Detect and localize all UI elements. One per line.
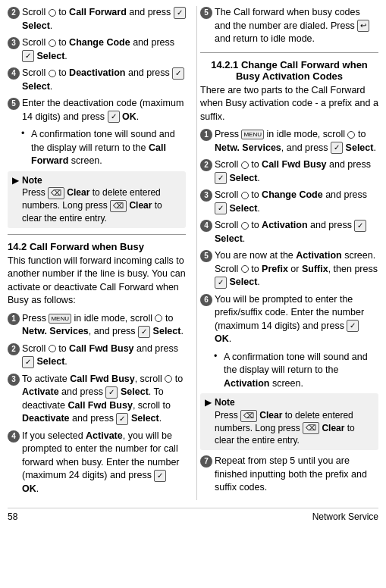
sub-step-2-num: 2 xyxy=(200,159,212,171)
select-key-sub-3: ✓ xyxy=(215,202,227,214)
s142-step-4-num: 4 xyxy=(8,430,20,443)
sub-step-3: 3 Scroll to Change Code and press ✓ Sele… xyxy=(200,189,378,215)
subsection-14-2-1-title: 14.2.1 Change Call Forward when Busy Act… xyxy=(200,59,378,82)
s142-step-2: 2 Scroll to Call Fwd Busy and press ✓ Se… xyxy=(8,342,186,369)
step-4: 4 Scroll to Deactivation and press ✓ Sel… xyxy=(8,67,186,93)
subsection-14-2-1-intro: There are two parts to the Call Forward … xyxy=(200,84,378,124)
sub-step-1-text: Press MENU in idle mode, scroll to Netw.… xyxy=(215,128,378,155)
sub-step-7-list: 7 Repeat from step 5 until you are finis… xyxy=(200,455,378,495)
footer-section: Network Service xyxy=(312,511,378,522)
right-step-5-text: The Call forward when busy codes and the… xyxy=(215,6,378,46)
select-key-sub-5: ✓ xyxy=(215,277,227,289)
s142-step-3-text: To activate Call Fwd Busy, scroll to Act… xyxy=(22,373,186,426)
section-divider-right xyxy=(200,52,378,53)
main-content: 2 Scroll to Call Forward and press ✓ Sel… xyxy=(8,6,378,500)
s142-step-1: 1 Press MENU in idle mode, scroll to Net… xyxy=(8,312,186,339)
note-text-sub: Note Press ⌫ Clear to delete entered num… xyxy=(215,396,374,447)
bullet-dot-sub-1: • xyxy=(214,351,221,361)
section-14-2-title: 14.2 Call Forward when Busy xyxy=(8,241,186,252)
select-key-s142-3b: ✓ xyxy=(116,413,128,425)
sub-step-7-text: Repeat from step 5 until you are finishe… xyxy=(215,455,378,495)
ok-key-s142-4: ✓ xyxy=(154,470,166,482)
sub-step-1: 1 Press MENU in idle mode, scroll to Net… xyxy=(200,128,378,155)
select-key-s142-2: ✓ xyxy=(22,356,34,368)
s142-step-1-text: Press MENU in idle mode, scroll to Netw.… xyxy=(22,312,186,339)
clear-key-note1: ⌫ xyxy=(48,187,64,199)
sub-step-4: 4 Scroll to Activation and press ✓ Selec… xyxy=(200,219,378,246)
select-key-3: ✓ xyxy=(22,50,34,62)
left-column: 2 Scroll to Call Forward and press ✓ Sel… xyxy=(8,6,189,500)
sub-step-3-num: 3 xyxy=(200,189,212,202)
return-key: ↩ xyxy=(357,20,369,32)
sub-step-2-text: Scroll to Call Fwd Busy and press ✓ Sele… xyxy=(215,158,378,185)
s142-step-2-num: 2 xyxy=(8,343,20,355)
select-key-s142-3: ✓ xyxy=(105,386,118,399)
bullet-1-text: A confirmation tone will sound and the d… xyxy=(31,128,186,168)
s142-step-4: 4 If you selected Activate, you will be … xyxy=(8,430,186,496)
bullet-sub-1-text: A confirmation tone will sound and the d… xyxy=(224,351,378,391)
clear-key-note-sub: ⌫ xyxy=(240,410,257,422)
sub-step-7: 7 Repeat from step 5 until you are finis… xyxy=(200,455,378,495)
subsection-14-2-1-steps: 1 Press MENU in idle mode, scroll to Net… xyxy=(200,128,378,346)
step-3-text: Scroll to Change Code and press ✓ Select… xyxy=(22,36,186,63)
menu-icon-1: MENU xyxy=(49,314,71,324)
select-key-2: ✓ xyxy=(174,7,186,19)
clear-key-long-note-sub: ⌫ xyxy=(303,422,319,434)
bullet-sub-1: • A confirmation tone will sound and the… xyxy=(214,351,378,391)
step-4-num: 4 xyxy=(8,67,20,80)
right-step-5: 5 The Call forward when busy codes and t… xyxy=(200,6,378,46)
step-3: 3 Scroll to Change Code and press ✓ Sele… xyxy=(8,36,186,63)
sub-step-5-text: You are now at the Activation screen. Sc… xyxy=(215,249,378,289)
sub-step-6: 6 You will be prompted to enter the pref… xyxy=(200,293,378,346)
scroll-icon-s142-2 xyxy=(49,345,56,352)
select-key-sub-4: ✓ xyxy=(354,220,366,232)
step-5: 5 Enter the deactivation code (maximum 1… xyxy=(8,97,186,124)
right-step-5-num: 5 xyxy=(200,7,212,19)
sub-step-2: 2 Scroll to Call Fwd Busy and press ✓ Se… xyxy=(200,158,378,185)
sub-step-6-num: 6 xyxy=(200,294,212,306)
page-number: 58 xyxy=(8,511,17,522)
s142-step-1-num: 1 xyxy=(8,313,20,325)
ok-key-5: ✓ xyxy=(108,111,120,123)
scroll-icon-s142-1 xyxy=(155,314,162,322)
note-box-sub: ▶ Note Press ⌫ Clear to delete entered n… xyxy=(200,393,378,450)
menu-icon-sub-1: MENU xyxy=(241,130,264,139)
continued-steps: 2 Scroll to Call Forward and press ✓ Sel… xyxy=(8,6,186,124)
step-5-num: 5 xyxy=(8,98,20,110)
s142-step-4-text: If you selected Activate, you will be pr… xyxy=(22,430,186,496)
s142-step-2-text: Scroll to Call Fwd Busy and press ✓ Sele… xyxy=(22,342,186,369)
sub-step-4-num: 4 xyxy=(200,220,212,232)
sub-step-7-num: 7 xyxy=(200,455,212,468)
page-footer: 58 Network Service xyxy=(8,508,378,522)
scroll-icon-sub-2 xyxy=(241,161,249,169)
note-icon-sub: ▶ xyxy=(205,396,212,409)
s142-step-3: 3 To activate Call Fwd Busy, scroll to A… xyxy=(8,373,186,426)
select-key-sub-1: ✓ xyxy=(331,142,343,154)
scroll-icon-3 xyxy=(49,39,56,47)
scroll-icon-2 xyxy=(49,9,56,17)
step-2: 2 Scroll to Call Forward and press ✓ Sel… xyxy=(8,6,186,33)
scroll-icon-sub-5 xyxy=(241,265,249,273)
sub-step-3-text: Scroll to Change Code and press ✓ Select… xyxy=(215,189,378,215)
select-key-4: ✓ xyxy=(172,67,184,80)
step-4-text: Scroll to Deactivation and press ✓ Selec… xyxy=(22,67,186,93)
right-step-5-list: 5 The Call forward when busy codes and t… xyxy=(200,6,378,46)
sub-step-5: 5 You are now at the Activation screen. … xyxy=(200,249,378,289)
scroll-icon-sub-4 xyxy=(241,222,249,230)
bullet-dot-1: • xyxy=(21,128,29,139)
step-5-text: Enter the deactivation code (maximum 14 … xyxy=(22,97,186,124)
s142-step-3-num: 3 xyxy=(8,374,20,386)
section-14-2-steps: 1 Press MENU in idle mode, scroll to Net… xyxy=(8,312,186,496)
clear-key-long-note1: ⌫ xyxy=(110,200,127,212)
step-2-text: Scroll to Call Forward and press ✓ Selec… xyxy=(22,6,186,33)
right-column: 5 The Call forward when busy codes and t… xyxy=(196,6,378,500)
section-divider-1 xyxy=(8,234,186,235)
sub-step-1-num: 1 xyxy=(200,129,212,141)
note-box-1: ▶ Note Press ⌫ Clear to delete entered n… xyxy=(8,171,186,228)
sub-step-6-text: You will be prompted to enter the prefix… xyxy=(215,293,378,346)
select-key-sub-2: ✓ xyxy=(215,172,227,184)
select-key-s142-1: ✓ xyxy=(138,326,150,338)
sub-step-4-text: Scroll to Activation and press ✓ Select. xyxy=(215,219,378,246)
note-icon-1: ▶ xyxy=(12,174,19,187)
step-3-num: 3 xyxy=(8,37,20,49)
